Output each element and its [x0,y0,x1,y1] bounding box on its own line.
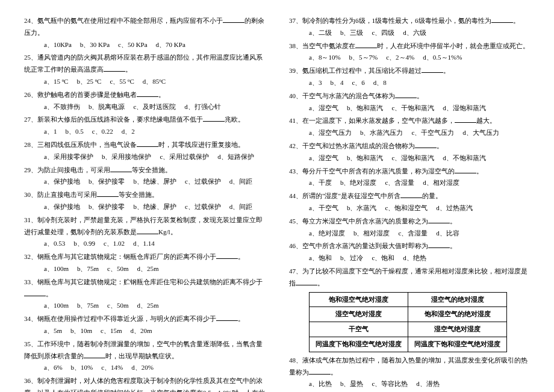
question-33: 33、钢瓶仓库与其它建筑物规定：贮钢瓶仓库距住宅和公共建筑物的距离不得少于。a、… [24,276,265,312]
question-options: a、不致摔伤b、脱离电源c、及时送医院d、打强心针 [24,101,265,113]
option: b、脱离电源 [89,101,125,113]
question-options: a、8～10%b、5～7%c、2～4%d、0.5～1%% [289,52,530,64]
question-29: 29、为防止间接电击，可采用等安全措施。a、保护接地b、保护接零b、绝缘、屏护c… [24,164,265,188]
question-options: a、100mb、75mc、50md、25m [24,263,265,275]
question-stem: 26、救护触电者的首要步骤是使触电者。 [24,89,265,101]
option: d、短路保护 [217,151,254,163]
question-48: 48、液体或气体在加热过程中，随着加入热量的增加，其温度发生变化所吸引的热量称为… [289,355,530,390]
question-44: 44、所谓的"湿度"是表征湿空气中所含的量。a、干空气b、水蒸汽c、饱和湿空气d… [289,190,530,214]
question-options: a、5mb、10mc、15md、20m [24,325,265,337]
option: b、30 KPa [80,39,110,51]
option: a、10KPa [44,39,72,51]
question-options: a、干度b、绝对湿度c、含湿量d、相对湿度 [289,177,530,189]
option: c、50m [107,263,128,275]
option: b、水蒸汽压力 [360,127,403,139]
right-column: 37、制冷剂的毒性分为6级，1级毒性最大，6级毒性最小，氨的毒性为。a、二级b、… [289,15,530,392]
question-42: 42、干空气和过热水蒸汽组成的混合物称为。a、湿空气b、饱和蒸汽c、湿饱和蒸汽d… [289,140,530,164]
table-cell: 湿空气绝对湿度 [408,322,507,337]
question-26: 26、救护触电者的首要步骤是使触电者。a、不致摔伤b、脱离电源c、及时送医院d、… [24,89,265,113]
option: a、100m [44,263,69,275]
option: b、饱和蒸汽 [347,102,384,114]
option: c、干空气压力 [411,127,454,139]
option: d、1.14 [133,238,155,250]
option: b、相对湿度 [353,228,390,240]
question-37: 37、制冷剂的毒性分为6级，1级毒性最大，6级毒性最小，氨的毒性为。a、二级b、… [289,15,530,39]
question-stem: 28、三相四线低压系统中，当电气设备时，其零线应进行重复接地。 [24,139,265,151]
option: d、间距 [229,176,253,188]
question-43: 43、每分斤干空气中所含有的水蒸汽质量，称为湿空气的。a、干度b、绝对湿度c、含… [289,166,530,190]
question-24: 24、氨气瓶中的氨气在使用过程中不能全部用尽，瓶内应留有不小于的剩余压力。a、1… [24,15,265,51]
question-34: 34、钢瓶在使用操作过程中不得靠近火源，与明火的距离不得少于。a、5mb、10m… [24,313,265,337]
question-stem: 25、通风管道内的防火阀其易熔环应装在易于感温的部位，其作用温度应比通风系统正常… [24,52,265,76]
option: c、过载保护 [185,201,221,213]
option: a、湿空气 [309,102,338,114]
question-46: 46、空气中所含水蒸汽的量达到最大值时即称为。a、饱和b、过冷c、饱和d、绝热 [289,240,530,264]
option: d、8 [373,77,387,89]
question-stem: 32、钢瓶仓库与其它建筑物规定：钢瓶仓库距厂房的距离不得小于。 [24,251,265,263]
option: b、水蒸汽 [347,202,377,214]
option: a、15 ºC [44,76,68,88]
question-options: a、采用接零保护b、采用接地保护c、采用过载保护d、短路保护 [24,151,265,163]
question-stem: 48、液体或气体在加热过程中，随着加入热量的增加，其温度发生变化所吸引的热量称为… [289,355,530,379]
table-cell: 干空气 [310,322,408,337]
option: c、四级 [372,27,394,39]
option: d、过热蒸汽 [436,202,473,214]
question-options: a、比热b、显热c、等容比热d、潜热 [289,378,530,390]
option: a、比热 [309,378,332,390]
option: c、过载保护 [185,176,221,188]
option: c、含湿量 [398,228,428,240]
option: a、干度 [309,177,332,189]
option: c、50 KPa [118,39,148,51]
option: c、1.02 [104,238,125,250]
question-25: 25、通风管道内的防火阀其易熔环应装在易于感温的部位，其作用温度应比通风系统正常… [24,52,265,87]
option: b、0.5 [65,126,83,138]
question-options: a、保护接地b、保护接零b、绝缘、屏护c、过载保护d、间距 [24,201,265,213]
page: 24、氨气瓶中的氨气在使用过程中不能全部用尽，瓶内应留有不小于的剩余压力。a、1… [24,15,530,392]
option: b、过冷 [340,252,364,264]
question-stem: 44、所谓的"湿度"是表征湿空气中所含的量。 [289,190,530,202]
question-options: a、3b、4c、6d、8 [289,77,530,89]
option: a、干空气 [309,202,338,214]
question-options: a、0.53b、0.99c、1.02d、1.14 [24,238,265,250]
question-stem: 36、制冷剂泄漏时，对人体的危害程度取决于制冷剂的化学性质及其在空气中的浓度，以… [24,375,265,392]
question-47-table: 饱和湿空气绝对湿度湿空气的绝对湿度湿空气绝对湿度饱和湿空气的绝对湿度干空气湿空气… [309,292,507,352]
question-35: 35、工作环境中，随着制冷剂泄漏量的增加，空气中的氧含量逐渐降低，当氧含量降低到… [24,338,265,374]
option: c、14% [101,362,123,374]
option: a、绝对湿度 [309,228,345,240]
left-column: 24、氨气瓶中的氨气在使用过程中不能全部用尽，瓶内应留有不小于的剩余压力。a、1… [24,15,265,392]
option: a、湿空气压力 [309,127,352,139]
option: a、5m [44,325,62,337]
question-45: 45、每立方米湿空气中所含水蒸汽的质量称之为。a、绝对湿度b、相对湿度c、含湿量… [289,216,530,240]
option: a、不致摔伤 [44,101,80,113]
option: d、2 [122,126,135,138]
question-stem: 45、每立方米湿空气中所含水蒸汽的质量称之为。 [289,216,530,228]
option: a、二级 [309,27,332,39]
option: c、饱和 [372,252,394,264]
option: d、相对湿度 [423,177,459,189]
option: c、2～4% [386,52,414,64]
question-options: a、保护接地b、保护接零b、绝缘、屏护c、过载保护d、间距 [24,176,265,188]
option: d、0.5～1%% [423,52,462,64]
question-38: 38、当空气中氨浓度在时，人在此环境中停留半小时，就会患重症或死亡。a、8～10… [289,40,530,64]
option: d、85ºC [143,76,166,88]
table-cell: 湿空气的绝对湿度 [408,292,507,307]
option: d、绝热 [403,252,426,264]
question-stem: 24、氨气瓶中的氨气在使用过程中不能全部用尽，瓶内应留有不小于的剩余压力。 [24,15,265,39]
table-cell: 饱和湿空气的绝对湿度 [408,307,507,322]
question-options: a、湿空气b、饱和蒸汽c、干饱和蒸汽d、湿饱和蒸汽 [289,102,530,114]
option: c、55 ºC [110,76,134,88]
option: c、饱和湿空气 [385,202,428,214]
question-options: a、饱和b、过冷c、饱和d、绝热 [289,252,530,264]
option: c、含湿量 [385,177,414,189]
option: b、采用接地保护 [102,151,152,163]
option: a、采用接零保护 [44,151,93,163]
table-cell: 同温度下饱和湿空气绝对湿度 [310,337,408,352]
option: a、保护接地 [44,176,80,188]
question-41: 41、在一定温度下，如果水蒸发越多，空气中蒸汽越多，越大。a、湿空气压力b、水蒸… [289,115,530,139]
question-stem: 29、为防止间接电击，可采用等安全措施。 [24,164,265,176]
table-cell: 同温度下饱和湿空气绝对湿度 [408,337,507,352]
question-options: a、15 ºCb、25 ºCc、55 ºCd、85ºC [24,76,265,88]
question-stem: 30、防止直接电击可采用等安全措施。 [24,189,265,201]
question-stem: 46、空气中所含水蒸汽的量达到最大值时即称为。 [289,240,530,252]
option: c、湿饱和蒸汽 [391,152,434,164]
